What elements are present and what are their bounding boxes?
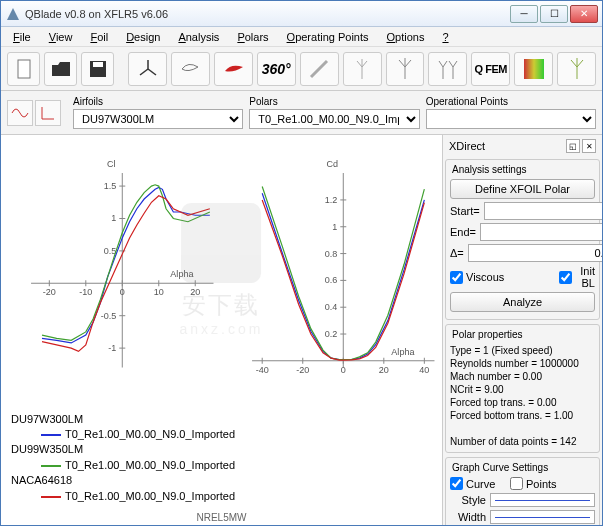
svg-text:0.4: 0.4 [324, 302, 337, 312]
svg-text:20: 20 [378, 365, 388, 375]
turbine-color-icon[interactable] [557, 52, 596, 86]
menu-polars[interactable]: Polars [229, 29, 276, 45]
selector-bar: Airfoils DU97W300LM Polars T0_Re1.00_M0.… [1, 91, 602, 135]
style-selector[interactable] [490, 493, 595, 507]
airfoil-red-icon[interactable] [214, 52, 253, 86]
svg-text:1: 1 [111, 213, 116, 223]
points-checkbox[interactable] [510, 477, 523, 490]
svg-line-5 [148, 69, 156, 75]
open-icon[interactable] [44, 52, 77, 86]
airfoils-select[interactable]: DU97W300LM [73, 109, 243, 129]
plot-cd-alpha[interactable]: -40-20020400.20.40.60.811.2CdAlpha [222, 135, 443, 406]
close-button[interactable]: ✕ [570, 5, 598, 23]
side-panel: XDirect ◱ ✕ Analysis settings Define XFO… [442, 135, 602, 525]
airfoils-label: Airfoils [73, 96, 243, 107]
panel-title: XDirect [449, 140, 485, 152]
toolbar: 360° Q FEM [1, 47, 602, 91]
svg-text:-20: -20 [43, 287, 56, 297]
svg-line-16 [439, 61, 443, 67]
svg-text:1: 1 [332, 222, 337, 232]
panel-close-icon[interactable]: ✕ [582, 139, 596, 153]
svg-line-11 [399, 60, 405, 67]
start-input[interactable] [484, 202, 602, 220]
svg-text:-1: -1 [108, 343, 116, 353]
heatmap-icon[interactable] [514, 52, 553, 86]
svg-line-4 [140, 69, 148, 75]
svg-text:-40: -40 [255, 365, 268, 375]
graph-settings-group: Graph Curve Settings Curve Points Style … [445, 457, 600, 525]
maximize-button[interactable]: ☐ [540, 5, 568, 23]
svg-text:0: 0 [340, 365, 345, 375]
titlebar: QBlade v0.8 on XFLR5 v6.06 ─ ☐ ✕ [1, 1, 602, 27]
turbine-small-icon[interactable] [343, 52, 382, 86]
360-button[interactable]: 360° [257, 52, 296, 86]
svg-text:Cl: Cl [107, 159, 116, 169]
turbine-multi-icon[interactable] [428, 52, 467, 86]
new-file-icon[interactable] [7, 52, 40, 86]
svg-text:0.8: 0.8 [324, 249, 337, 259]
mode-graph-icon[interactable] [7, 100, 33, 126]
menu-view[interactable]: View [41, 29, 81, 45]
svg-text:-10: -10 [79, 287, 92, 297]
svg-text:Alpha: Alpha [170, 269, 194, 279]
plot-cl-alpha[interactable]: -20-1001020-1-0.50.511.5ClAlpha [1, 135, 222, 406]
delta-input[interactable] [468, 244, 602, 262]
rotor-icon[interactable] [128, 52, 167, 86]
svg-text:20: 20 [190, 287, 200, 297]
oppoints-select[interactable] [426, 109, 596, 129]
menu-file[interactable]: File [5, 29, 39, 45]
menu-foil[interactable]: Foil [82, 29, 116, 45]
svg-text:1.5: 1.5 [104, 181, 117, 191]
define-polar-button[interactable]: Define XFOIL Polar [450, 179, 595, 199]
panel-undock-icon[interactable]: ◱ [566, 139, 580, 153]
analyze-button[interactable]: Analyze [450, 292, 595, 312]
analysis-settings-group: Analysis settings Define XFOIL Polar Sta… [445, 159, 600, 320]
menu-?[interactable]: ? [434, 29, 456, 45]
svg-rect-20 [524, 59, 544, 79]
window-title: QBlade v0.8 on XFLR5 v6.06 [25, 8, 510, 20]
airfoil-icon[interactable] [171, 52, 210, 86]
svg-text:0.6: 0.6 [324, 275, 337, 285]
svg-line-19 [453, 61, 457, 67]
svg-text:Alpha: Alpha [391, 347, 415, 357]
end-input[interactable] [480, 223, 602, 241]
svg-text:10: 10 [154, 287, 164, 297]
svg-line-22 [571, 60, 577, 67]
initbl-checkbox[interactable] [559, 271, 572, 284]
svg-line-7 [357, 61, 362, 67]
svg-line-12 [405, 60, 411, 67]
svg-text:-20: -20 [296, 365, 309, 375]
curve-checkbox[interactable] [450, 477, 463, 490]
polar-properties-text: Type = 1 (Fixed speed)Reynolds number = … [450, 344, 595, 448]
svg-line-18 [449, 61, 453, 67]
svg-rect-2 [93, 62, 103, 67]
svg-line-17 [443, 61, 447, 67]
svg-text:Cd: Cd [326, 159, 338, 169]
polars-select[interactable]: T0_Re1.00_M0.00_N9.0_Imported [249, 109, 419, 129]
menu-analysis[interactable]: Analysis [170, 29, 227, 45]
legend: DU97W300LMT0_Re1.00_M0.00_N9.0_ImportedD… [1, 406, 442, 510]
oppoints-label: Operational Points [426, 96, 596, 107]
blade-icon[interactable] [300, 52, 339, 86]
minimize-button[interactable]: ─ [510, 5, 538, 23]
svg-text:1.2: 1.2 [324, 195, 337, 205]
save-icon[interactable] [81, 52, 114, 86]
svg-rect-0 [18, 60, 30, 78]
app-icon [5, 6, 21, 22]
menubar: FileViewFoilDesignAnalysisPolarsOperatin… [1, 27, 602, 47]
turbine-icon[interactable] [386, 52, 425, 86]
svg-text:40: 40 [419, 365, 429, 375]
qfem-button[interactable]: Q FEM [471, 52, 510, 86]
mode-axes-icon[interactable] [35, 100, 61, 126]
polars-label: Polars [249, 96, 419, 107]
menu-operating-points[interactable]: Operating Points [279, 29, 377, 45]
viscous-checkbox[interactable] [450, 271, 463, 284]
svg-text:0: 0 [120, 287, 125, 297]
svg-line-23 [577, 60, 583, 67]
svg-text:0.2: 0.2 [324, 329, 337, 339]
polar-properties-group: Polar properties Type = 1 (Fixed speed)R… [445, 324, 600, 453]
menu-options[interactable]: Options [379, 29, 433, 45]
width-selector[interactable] [490, 510, 595, 524]
menu-design[interactable]: Design [118, 29, 168, 45]
footer-label: NREL5MW [1, 510, 442, 525]
